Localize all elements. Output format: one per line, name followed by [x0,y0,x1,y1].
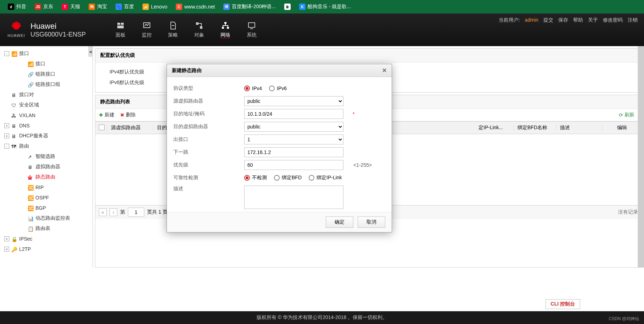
dest-addr-input[interactable] [244,109,343,119]
current-user[interactable]: admin [525,17,538,23]
bookmark-item[interactable]: 淘淘宝 [85,2,111,11]
tree-toggle-icon[interactable]: + [4,133,9,138]
bookmark-item[interactable]: JD京东 [31,2,57,11]
col-ip-link[interactable]: 定IP-Link... [475,125,514,131]
radio-icon [244,86,250,91]
sidebar-item-5[interactable]: 🛡安全区域 [0,100,93,110]
dialog-close-button[interactable]: ✕ [382,67,387,74]
bookmark-item[interactable]: K酷狗音乐 - 就是歌... [296,2,354,11]
bookmark-item[interactable]: T天猫 [58,2,84,11]
pager-page-label: 第 [120,209,125,215]
radio-ipv6[interactable]: IPv6 [269,86,287,91]
svg-rect-5 [196,22,198,25]
about-link[interactable]: 关于 [588,17,598,23]
tree-toggle-icon[interactable]: + [4,236,9,241]
sidebar-item-1[interactable]: 📶接口 [0,59,93,69]
sidebar-item-0[interactable]: -📶接口 [0,48,93,59]
col-desc[interactable]: 描述 [556,125,603,131]
tree-label: 路由表 [35,225,50,232]
sidebar-item-19[interactable]: +🔑L2TP [0,244,93,254]
sidebar-item-11[interactable]: 🖥虚拟路由器 [0,161,93,172]
favicon: T [62,4,68,10]
bookmark-item[interactable]: 🐾百度 [112,2,138,11]
col-edit[interactable]: 编辑 [603,125,642,131]
dialog-ok-button[interactable]: 确定 [326,216,353,228]
pager-prev-button[interactable]: ‹ [110,208,117,216]
sidebar-item-12[interactable]: 🛣静态路由 [0,172,93,182]
brand-logo: HUAWEI Huawei USG6000V1-ENSP [6,20,86,40]
nav-object[interactable]: 对象 [193,19,206,40]
radio-bind-iplink[interactable]: 绑定IP-Link [309,175,342,181]
tree-label: 虚拟路由器 [35,164,60,170]
nav-policy[interactable]: 策略 [167,19,179,40]
commit-link[interactable]: 提交 [543,17,553,23]
radio-bind-bfd[interactable]: 绑定BFD [274,175,302,181]
add-route-button[interactable]: ✚新建 [99,112,114,118]
sidebar-collapse-button[interactable]: ◀ [88,46,93,57]
nav-network[interactable]: 网络 [219,19,232,40]
bookmark-label: 百度翻译-200种语... [232,4,276,10]
bookmark-label: 百度 [124,4,134,10]
favicon: d [8,4,14,10]
tree-node-icon: 🖧 [11,113,17,118]
nav-system[interactable]: 系统 [245,19,258,40]
bookmark-item[interactable]: 📁Lenovo [139,2,171,11]
change-password-link[interactable]: 修改密码 [603,17,623,23]
tree-toggle-icon[interactable]: - [4,144,9,149]
dialog-cancel-button[interactable]: 取消 [358,216,385,228]
delete-route-button[interactable]: ✖删除 [120,112,136,118]
col-src-vr[interactable]: 源虚拟路由器 [107,125,153,131]
sidebar-item-13[interactable]: 🔀RIP [0,182,93,192]
desc-textarea[interactable] [244,186,343,209]
priority-input[interactable] [244,160,343,170]
bookmark-item[interactable]: 🗎 [281,2,294,11]
sidebar-item-6[interactable]: 🖧VXLAN [0,110,93,120]
tree-toggle-icon[interactable]: + [4,247,9,252]
out-if-select[interactable]: 1 [244,134,343,144]
pager-first-button[interactable]: « [99,208,107,216]
bookmark-item[interactable]: 译百度翻译-200种语... [220,2,279,11]
select-all-checkbox[interactable] [99,125,105,130]
next-hop-input[interactable] [244,147,343,157]
sidebar-item-10[interactable]: ↗智能选路 [0,151,93,161]
label-out-if: 出接口 [173,136,244,143]
bookmark-item[interactable]: Cwww.csdn.net [172,2,218,11]
vertical-scrollbar[interactable] [638,46,644,268]
dst-vr-select[interactable]: public [244,122,343,132]
nav-dashboard[interactable]: 面板 [114,19,127,40]
radio-ipv4[interactable]: IPv4 [244,86,262,91]
sidebar-item-16[interactable]: 📊动态路由监控表 [0,213,93,223]
src-vr-select[interactable]: public [244,96,343,106]
sidebar-item-7[interactable]: +🖥DNS [0,120,93,131]
svg-rect-6 [200,26,202,29]
browser-bookmark-bar: d抖音 JD京东 T天猫 淘淘宝 🐾百度 📁Lenovo Cwww.csdn.n… [0,0,644,13]
bookmark-item[interactable]: d抖音 [4,2,30,11]
cli-console-button[interactable]: CLI 控制台 [545,299,580,309]
favicon: 🗎 [284,4,291,10]
sidebar-item-15[interactable]: 🔀BGP [0,203,93,213]
save-link[interactable]: 保存 [558,17,568,23]
logout-link[interactable]: 注销 [628,17,638,23]
help-link[interactable]: 帮助 [573,17,583,23]
tree-node-icon: 🔒 [11,236,17,241]
sidebar-item-2[interactable]: 🔗链路接口 [0,69,93,79]
radio-no-detect[interactable]: 不检测 [244,175,267,181]
sidebar-item-4[interactable]: 🖥接口对 [0,89,93,100]
sidebar-item-17[interactable]: 📋路由表 [0,223,93,234]
sidebar[interactable]: ◀ -📶接口📶接口🔗链路接口🔗链路接口组🖥接口对🛡安全区域🖧VXLAN+🖥DNS… [0,46,93,268]
dialog-titlebar[interactable]: 新建静态路由 ✕ [167,64,392,77]
nav-monitor[interactable]: 监控 [140,19,153,40]
sidebar-item-18[interactable]: +🔒IPSec [0,234,93,244]
sidebar-item-9[interactable]: -🗺路由 [0,141,93,151]
pager-page-input[interactable] [128,208,144,217]
tree-label: 静态路由 [35,174,55,180]
tree-toggle-icon[interactable]: + [4,123,9,128]
radio-icon [269,86,275,91]
sidebar-item-8[interactable]: +🖥DHCP服务器 [0,131,93,141]
refresh-button[interactable]: ⟳刷新 [619,112,638,118]
col-bfd-name[interactable]: 绑定BFD名称 [514,125,556,131]
sidebar-item-3[interactable]: 🔗链路接口组 [0,79,93,89]
sidebar-item-14[interactable]: 🔀OSPF [0,192,93,203]
tree-node-icon: 🛣 [28,175,33,180]
tree-toggle-icon[interactable]: - [4,51,9,56]
